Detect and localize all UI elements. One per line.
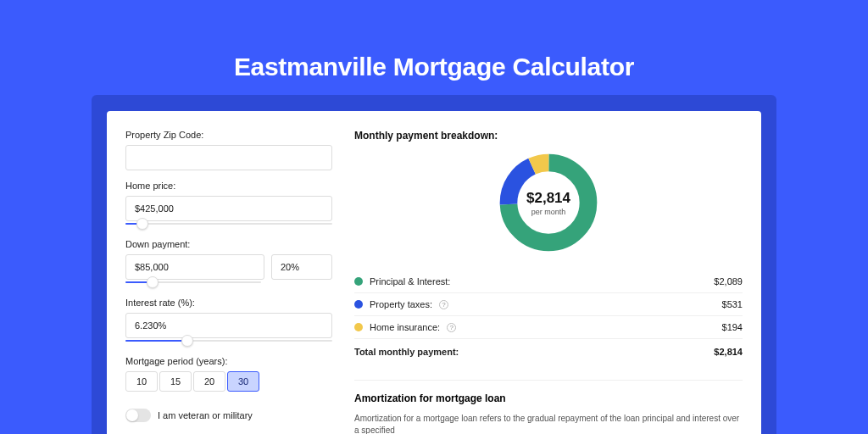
legend-row-ins: Home insurance: ? $194 [354,316,743,339]
legend-value: $2,089 [714,276,743,287]
down-label: Down payment: [125,239,332,249]
dot-icon [354,323,363,331]
dot-icon [354,277,363,286]
down-slider[interactable] [125,279,261,287]
legend-label: Property taxes: [370,299,432,309]
legend-row-pi: Principal & Interest: $2,089 [354,270,743,293]
legend-label: Home insurance: [370,322,440,332]
period-button-15[interactable]: 15 [159,371,192,392]
donut-sub: per month [526,208,570,216]
info-icon[interactable]: ? [439,300,448,309]
page-title: Eastmanville Mortgage Calculator [0,0,868,81]
period-field: Mortgage period (years): 10152030 [125,356,332,392]
veteran-label: I am veteran or military [158,410,253,420]
period-button-10[interactable]: 10 [125,371,158,392]
amort-body: Amortization for a mortgage loan refers … [354,413,743,434]
down-input[interactable] [125,254,264,280]
donut-value: $2,814 [526,190,570,207]
inputs-panel: Property Zip Code: Home price: Down paym… [125,130,332,434]
donut-chart: $2,814 per month [354,150,743,255]
legend-label: Principal & Interest: [370,276,450,287]
period-label: Mortgage period (years): [125,356,332,366]
total-value: $2,814 [714,347,743,357]
rate-field: Interest rate (%): [125,298,332,346]
amortization-section: Amortization for mortgage loan Amortizat… [354,380,743,434]
zip-field: Property Zip Code: [125,130,332,170]
total-label: Total monthly payment: [354,347,459,357]
rate-input[interactable] [125,313,332,338]
legend-value: $194 [722,322,743,332]
legend-row-tax: Property taxes: ? $531 [354,293,743,316]
legend-row-total: Total monthly payment: $2,814 [354,339,743,363]
breakdown-panel: Monthly payment breakdown: $2,814 per mo… [354,130,743,434]
donut-center: $2,814 per month [526,190,570,216]
calculator-card: Property Zip Code: Home price: Down paym… [107,111,761,434]
rate-label: Interest rate (%): [125,298,332,308]
period-buttons: 10152030 [125,371,332,392]
price-input[interactable] [125,196,332,221]
period-button-30[interactable]: 30 [227,371,259,392]
down-field: Down payment: [125,239,332,287]
zip-label: Property Zip Code: [125,130,332,140]
dot-icon [354,300,363,309]
price-slider[interactable] [125,220,332,229]
breakdown-title: Monthly payment breakdown: [354,130,743,142]
veteran-row: I am veteran or military [125,409,332,422]
period-button-20[interactable]: 20 [193,371,225,392]
legend: Principal & Interest: $2,089 Property ta… [354,270,743,363]
amort-title: Amortization for mortgage loan [354,392,743,404]
rate-slider[interactable] [125,337,332,346]
zip-input[interactable] [125,145,332,170]
price-label: Home price: [125,181,332,191]
veteran-toggle[interactable] [125,409,151,422]
legend-value: $531 [722,299,743,309]
down-pct-input[interactable] [271,254,332,280]
price-field: Home price: [125,181,332,229]
info-icon[interactable]: ? [447,323,456,332]
